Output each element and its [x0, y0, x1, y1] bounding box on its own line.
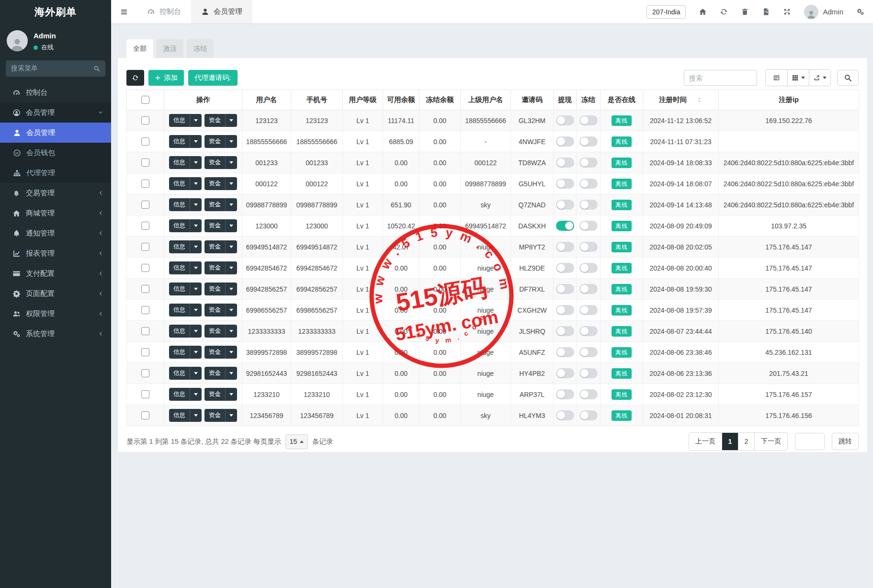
row-checkbox[interactable] [141, 285, 149, 293]
next-page-button[interactable]: 下一页 [754, 433, 787, 450]
page-jump-input[interactable] [795, 433, 825, 450]
caret-down-icon[interactable] [190, 156, 202, 169]
freeze-toggle[interactable] [579, 284, 598, 294]
page-size-select[interactable]: 15 [285, 434, 308, 449]
caret-down-icon[interactable] [225, 304, 237, 317]
detail-view-button[interactable] [766, 70, 787, 86]
funds-button[interactable]: 资金 [204, 325, 237, 338]
row-checkbox[interactable] [141, 180, 149, 188]
funds-button[interactable]: 资金 [204, 156, 237, 169]
caret-down-icon[interactable] [190, 325, 202, 338]
row-checkbox[interactable] [141, 411, 149, 419]
nav-tab-dashboard[interactable]: 控制台 [137, 0, 191, 23]
sidebar-item-members[interactable]: 会员管理 [0, 123, 111, 143]
caret-down-icon[interactable] [225, 156, 237, 169]
caret-down-icon[interactable] [225, 325, 237, 338]
header-reg-time[interactable]: 注册时间 [643, 90, 719, 110]
freeze-toggle[interactable] [579, 326, 598, 336]
columns-button[interactable] [787, 70, 809, 86]
info-button[interactable]: 信息 [169, 367, 202, 380]
refresh-button[interactable] [126, 70, 144, 86]
caret-down-icon[interactable] [190, 114, 202, 127]
row-checkbox[interactable] [141, 137, 149, 146]
row-checkbox[interactable] [141, 327, 149, 335]
row-checkbox[interactable] [141, 306, 149, 314]
caret-down-icon[interactable] [225, 283, 237, 295]
caret-down-icon[interactable] [190, 346, 202, 359]
freeze-toggle[interactable] [579, 200, 598, 210]
info-button[interactable]: 信息 [169, 177, 202, 190]
info-button[interactable]: 信息 [169, 219, 202, 232]
info-button[interactable]: 信息 [169, 114, 202, 127]
sidebar-item-notices[interactable]: 通知管理 [0, 223, 111, 243]
caret-down-icon[interactable] [225, 367, 237, 380]
sidebar-item-trades[interactable]: 交易管理 [0, 183, 111, 203]
select-all-checkbox[interactable] [141, 96, 149, 104]
info-button[interactable]: 信息 [169, 325, 202, 338]
sidebar-item-member-wallet[interactable]: 会员钱包 [0, 143, 111, 163]
row-checkbox[interactable] [141, 116, 149, 124]
caret-down-icon[interactable] [225, 346, 237, 359]
caret-down-icon[interactable] [190, 219, 202, 232]
row-checkbox[interactable] [141, 243, 149, 251]
filter-tab-2[interactable]: 冻结 [187, 39, 214, 58]
withdraw-toggle[interactable] [556, 136, 574, 147]
info-button[interactable]: 信息 [169, 156, 202, 169]
withdraw-toggle[interactable] [556, 115, 574, 125]
settings-cogs-icon[interactable] [856, 8, 864, 16]
freeze-toggle[interactable] [579, 221, 598, 231]
withdraw-toggle[interactable] [556, 347, 574, 357]
freeze-toggle[interactable] [579, 136, 598, 147]
funds-button[interactable]: 资金 [204, 409, 237, 422]
info-button[interactable]: 信息 [169, 240, 202, 253]
caret-down-icon[interactable] [190, 135, 202, 148]
funds-button[interactable]: 资金 [204, 114, 237, 127]
info-button[interactable]: 信息 [169, 261, 202, 274]
add-button[interactable]: 添加 [148, 70, 184, 86]
export-button[interactable] [809, 70, 830, 86]
sidebar-item-system[interactable]: 系统管理 [0, 324, 111, 344]
withdraw-toggle[interactable] [556, 179, 574, 189]
funds-button[interactable]: 资金 [204, 219, 237, 232]
funds-button[interactable]: 资金 [204, 261, 237, 274]
sidebar-toggle-button[interactable] [111, 0, 137, 23]
search-button[interactable] [837, 70, 859, 86]
caret-down-icon[interactable] [225, 114, 237, 127]
withdraw-toggle[interactable] [556, 200, 574, 210]
caret-down-icon[interactable] [190, 177, 202, 190]
table-search-input[interactable] [684, 70, 757, 86]
row-checkbox[interactable] [141, 369, 149, 377]
withdraw-toggle[interactable] [556, 242, 574, 252]
freeze-toggle[interactable] [579, 115, 598, 125]
info-button[interactable]: 信息 [169, 304, 202, 317]
freeze-toggle[interactable] [579, 347, 598, 357]
caret-down-icon[interactable] [190, 409, 202, 422]
caret-down-icon[interactable] [190, 198, 202, 211]
caret-down-icon[interactable] [190, 261, 202, 274]
sidebar-item-mall[interactable]: 商城管理 [0, 203, 111, 223]
funds-button[interactable]: 资金 [204, 198, 237, 211]
funds-button[interactable]: 资金 [204, 240, 237, 253]
caret-down-icon[interactable] [225, 219, 237, 232]
withdraw-toggle[interactable] [556, 284, 574, 294]
funds-button[interactable]: 资金 [204, 177, 237, 190]
caret-down-icon[interactable] [190, 388, 202, 401]
nav-tab-members[interactable]: 会员管理 [191, 0, 252, 23]
row-checkbox[interactable] [141, 390, 149, 398]
freeze-toggle[interactable] [579, 179, 598, 189]
row-checkbox[interactable] [141, 222, 149, 230]
caret-down-icon[interactable] [225, 261, 237, 274]
info-button[interactable]: 信息 [169, 198, 202, 211]
navbar-user-menu[interactable]: Admin [804, 5, 843, 19]
funds-button[interactable]: 资金 [204, 367, 237, 380]
withdraw-toggle[interactable] [556, 326, 574, 336]
sidebar-item-member-group[interactable]: 会员管理 [0, 102, 111, 123]
info-button[interactable]: 信息 [169, 388, 202, 401]
sidebar-item-agents[interactable]: 代理管理 [0, 163, 111, 183]
row-checkbox[interactable] [141, 201, 149, 209]
freeze-toggle[interactable] [579, 242, 598, 252]
info-button[interactable]: 信息 [169, 135, 202, 148]
sidebar-item-dashboard[interactable]: 控制台 [0, 82, 111, 102]
region-selector[interactable]: 207-India [646, 5, 686, 19]
row-checkbox[interactable] [141, 158, 149, 167]
